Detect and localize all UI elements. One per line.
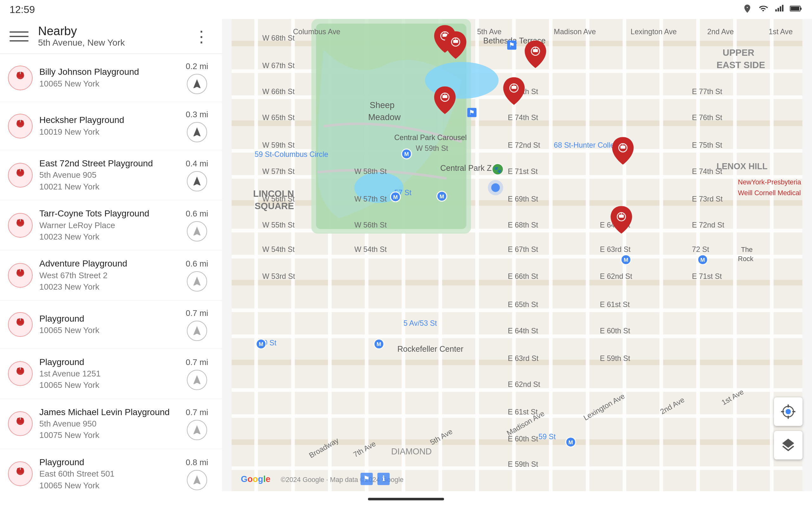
map-container[interactable]: W 68th St W 67th St W 66th St W 65th St … xyxy=(222,19,812,491)
svg-text:⚑: ⚑ xyxy=(469,109,475,116)
location-icon xyxy=(743,4,752,15)
svg-text:W 56th St: W 56th St xyxy=(354,221,387,229)
navigate-button[interactable] xyxy=(187,470,207,490)
signal-icon xyxy=(774,4,783,15)
navigate-button[interactable] xyxy=(187,321,207,341)
status-bar: 12:59 xyxy=(0,0,812,19)
svg-rect-5 xyxy=(800,8,802,10)
svg-text:E 61st St: E 61st St xyxy=(600,300,630,308)
list-item[interactable]: Playground East 60th Street 50110065 New… xyxy=(0,449,222,491)
svg-text:Lexington Ave: Lexington Ave xyxy=(630,27,676,36)
svg-point-180 xyxy=(488,180,503,195)
svg-text:E 77th St: E 77th St xyxy=(692,88,722,96)
navigate-icon xyxy=(191,374,203,386)
svg-text:W 68th St: W 68th St xyxy=(262,34,295,42)
list-item[interactable]: Playground 1st Avenue 125110065 New York… xyxy=(0,349,222,399)
layers-button[interactable] xyxy=(774,431,803,459)
place-icon xyxy=(8,411,33,436)
nearby-list: Billy Johnson Playground 10065 New York … xyxy=(0,54,222,491)
svg-text:E 63rd St: E 63rd St xyxy=(508,354,539,362)
svg-text:SQUARE: SQUARE xyxy=(255,201,294,211)
place-distance: 0.2 mi xyxy=(186,61,208,71)
place-address: 1st Avenue 125110065 New York xyxy=(39,368,180,391)
navigate-button[interactable] xyxy=(187,74,207,94)
svg-text:5th Ave: 5th Ave xyxy=(477,27,502,36)
page-title: Nearby xyxy=(38,25,190,38)
svg-text:E 60th St: E 60th St xyxy=(508,435,538,443)
navigate-button[interactable] xyxy=(187,420,207,440)
svg-text:M: M xyxy=(440,193,444,200)
place-right: 0.4 mi xyxy=(180,159,214,191)
navigate-button[interactable] xyxy=(187,171,207,191)
svg-text:Weill Cornell Medical: Weill Cornell Medical xyxy=(738,189,801,197)
hamburger-button[interactable] xyxy=(9,27,29,46)
place-address: 5th Avenue 90510021 New York xyxy=(39,169,180,192)
place-distance: 0.7 mi xyxy=(186,308,208,318)
place-icon xyxy=(8,461,33,487)
navigate-icon xyxy=(191,474,203,486)
list-item[interactable]: Hecksher Playground 10019 New York 0.3 m… xyxy=(0,102,222,150)
svg-rect-2 xyxy=(780,6,781,11)
svg-text:LENOX HILL: LENOX HILL xyxy=(716,161,768,171)
svg-rect-1 xyxy=(777,8,779,11)
svg-rect-46 xyxy=(17,420,23,423)
svg-text:E 71st St: E 71st St xyxy=(692,272,722,280)
navigate-button[interactable] xyxy=(187,370,207,390)
place-info: Playground East 60th Street 50110065 New… xyxy=(39,457,180,491)
svg-rect-16 xyxy=(17,123,23,125)
battery-icon xyxy=(790,4,803,15)
place-distance: 0.3 mi xyxy=(186,110,208,119)
navigate-button[interactable] xyxy=(187,122,207,142)
place-right: 0.3 mi xyxy=(180,110,214,142)
svg-text:E 59th St: E 59th St xyxy=(508,460,538,468)
my-location-button[interactable] xyxy=(774,397,803,426)
list-item[interactable]: Playground 10065 New York 0.7 mi xyxy=(0,301,222,349)
place-icon xyxy=(8,113,33,139)
list-item[interactable]: Adventure Playground West 67th Street 21… xyxy=(0,250,222,300)
svg-text:ℹ: ℹ xyxy=(382,474,385,483)
svg-text:W 59th St: W 59th St xyxy=(262,141,295,149)
place-right: 0.2 mi xyxy=(180,61,214,94)
layers-icon xyxy=(780,437,796,453)
list-item[interactable]: Tarr-Coyne Tots Playground Warner LeRoy … xyxy=(0,200,222,250)
svg-rect-0 xyxy=(775,9,777,11)
svg-text:The: The xyxy=(741,246,753,253)
svg-text:W 54th St: W 54th St xyxy=(262,245,295,253)
svg-text:M: M xyxy=(404,151,409,157)
svg-text:Madison Ave: Madison Ave xyxy=(554,27,596,36)
svg-text:E 69th St: E 69th St xyxy=(508,195,538,203)
svg-text:E 72nd St: E 72nd St xyxy=(692,221,724,229)
svg-rect-51 xyxy=(17,470,23,473)
navigate-icon xyxy=(191,424,203,436)
navigate-button[interactable] xyxy=(187,271,207,291)
my-location-icon xyxy=(780,404,796,419)
place-name: Tarr-Coyne Tots Playground xyxy=(39,208,180,219)
svg-text:E 63rd St: E 63rd St xyxy=(600,245,630,253)
svg-text:Central Park Zoo: Central Park Zoo xyxy=(440,164,501,172)
svg-text:Rock: Rock xyxy=(738,255,754,263)
place-name: Playground xyxy=(39,457,180,468)
svg-text:E 62nd St: E 62nd St xyxy=(508,380,541,389)
wifi-icon xyxy=(758,4,768,15)
home-indicator[interactable] xyxy=(368,498,444,500)
svg-text:E 66th St: E 66th St xyxy=(508,272,538,280)
more-options-button[interactable]: ⋮ xyxy=(190,25,212,48)
svg-text:W 57th St: W 57th St xyxy=(354,195,387,203)
svg-text:E 62nd St: E 62nd St xyxy=(600,272,632,280)
list-item[interactable]: Billy Johnson Playground 10065 New York … xyxy=(0,54,222,102)
place-right: 0.8 mi xyxy=(180,458,214,490)
svg-text:⚑: ⚑ xyxy=(363,474,370,483)
svg-point-244 xyxy=(786,409,791,414)
place-distance: 0.6 mi xyxy=(186,259,208,269)
svg-text:W 54th St: W 54th St xyxy=(354,245,387,253)
svg-text:Sheep: Sheep xyxy=(370,100,395,110)
map-panel[interactable]: W 68th St W 67th St W 66th St W 65th St … xyxy=(222,19,812,491)
map-svg: W 68th St W 67th St W 66th St W 65th St … xyxy=(222,19,812,491)
status-icons xyxy=(743,4,803,15)
svg-text:E 68th St: E 68th St xyxy=(508,221,538,229)
navigate-button[interactable] xyxy=(187,221,207,241)
svg-text:W 67th St: W 67th St xyxy=(262,61,295,70)
navigate-icon xyxy=(191,78,203,90)
list-item[interactable]: East 72nd Street Playground 5th Avenue 9… xyxy=(0,150,222,200)
list-item[interactable]: James Michael Levin Playground 5th Avenu… xyxy=(0,399,222,449)
